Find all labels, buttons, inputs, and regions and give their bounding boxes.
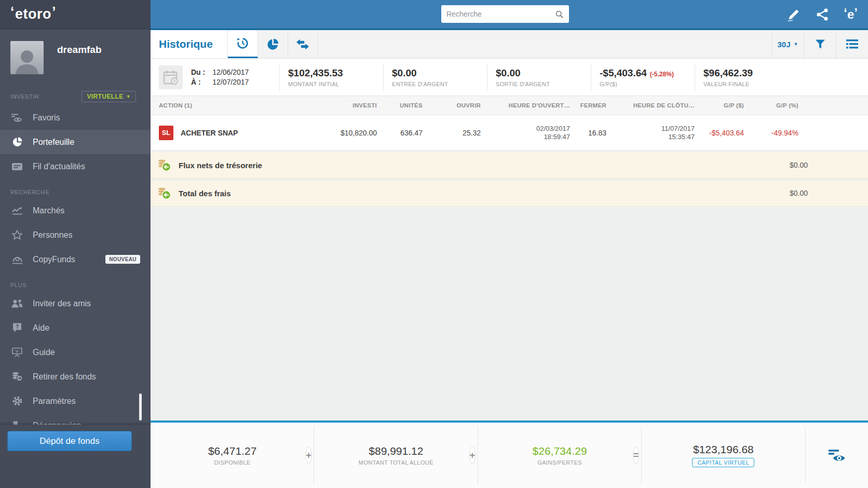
logo-band: etoro [0, 0, 151, 29]
pie-chart-icon [266, 38, 279, 51]
user-profile: dreamfab [0, 29, 151, 79]
history-clock-icon [236, 36, 250, 50]
footer-metric-total-alloue: $89,991.12 MONTANT TOTAL ALLOUÉ [314, 445, 478, 466]
metric-value: -$5,403.64(-5.28%) [600, 67, 695, 79]
pie-chart-icon [10, 137, 24, 148]
username[interactable]: dreamfab [57, 44, 102, 56]
markets-trend-icon [10, 205, 24, 216]
col-heure-cloture[interactable]: HEURE DE CLÔTU… [606, 102, 695, 109]
plus-operator: + [469, 446, 476, 464]
deposit-funds-button[interactable]: Dépôt de fonds [7, 431, 132, 451]
filter-button[interactable] [804, 30, 836, 58]
compose-pencil-icon[interactable] [786, 7, 801, 22]
calendar-icon[interactable] [159, 65, 183, 89]
col-gp-dollar[interactable]: G/P ($) [695, 102, 744, 109]
metric-sortie-argent: $0.00 SORTIE D'ARGENT [487, 64, 591, 91]
sidebar-item-copyfunds[interactable]: CopyFunds NOUVEAU [0, 247, 151, 272]
content-filler [151, 207, 868, 421]
virtual-mode-dropdown[interactable]: VIRTUELLE ▼ [82, 91, 136, 102]
sidebar-item-label: Guide [33, 348, 55, 357]
total-fees-row[interactable]: Total des frais $0.00 [151, 180, 868, 207]
col-unites[interactable]: UNITÉS [377, 102, 423, 109]
tab-allocation[interactable] [258, 30, 288, 58]
capital-virtuel-badge: CAPITAL VIRTUEL [692, 458, 754, 467]
invested-cell: $10,820.00 [325, 129, 377, 137]
date-range: Du : À : 12/06/2017 12/07/2017 [191, 67, 249, 87]
sidebar-item-aide[interactable]: ? Aide [0, 316, 151, 340]
sidebar-item-retirer[interactable]: Retirer des fonds [0, 364, 151, 389]
period-dropdown[interactable]: 30J ▼ [771, 30, 804, 58]
col-heure-ouverture[interactable]: HEURE D'OUVERT… [481, 102, 570, 109]
net-cash-flow-row[interactable]: Flux nets de trésorerie $0.00 [151, 152, 868, 179]
filter-funnel-icon [815, 38, 826, 50]
sidebar-item-fil-actualites[interactable]: Fil d'actualités [0, 154, 151, 179]
section-label-recherche: RECHERCHE [0, 179, 151, 198]
sidebar-item-marches[interactable]: Marchés [0, 198, 151, 223]
topbar-actions: e [786, 0, 868, 29]
close-time-cell: 11/07/2017 15:35:47 [606, 125, 695, 141]
col-investi[interactable]: INVESTI [325, 102, 377, 109]
sidebar-item-label: Fil d'actualités [33, 162, 85, 171]
col-gp-percent[interactable]: G/P (%) [744, 102, 798, 109]
stop-loss-badge: SL [159, 126, 173, 140]
footer-metric-disponible: $6,471.27 DISPONIBLE [151, 445, 314, 466]
portfolio-tabbar: Historique 30J ▼ [151, 29, 868, 59]
search-icon[interactable] [555, 10, 564, 19]
metric-label: MONTANT INITIAL [288, 81, 383, 87]
footer-label: MONTANT TOTAL ALLOUÉ [359, 459, 433, 466]
metric-entree-argent: $0.00 ENTRÉE D'ARGENT [383, 64, 487, 91]
page-title-historique[interactable]: Historique [151, 30, 228, 58]
coins-arrow-icon [157, 157, 172, 173]
close-rate-cell: 16.83 [570, 129, 606, 137]
open-time-cell: 02/03/2017 18:59:47 [481, 125, 570, 141]
row-value: $0.00 [790, 161, 808, 169]
metric-value: $96,462.39 [703, 67, 824, 79]
metric-percent: (-5.28%) [650, 71, 674, 78]
view-list-button[interactable] [836, 30, 868, 58]
metric-valeur-finale: $96,462.39 VALEUR FINALE [695, 64, 824, 91]
sidebar-item-label: Portefeuille [33, 138, 74, 147]
footer-label: GAINS/PERTES [537, 459, 582, 466]
row-label: Total des frais [179, 189, 231, 198]
tab-history[interactable] [228, 30, 258, 58]
main-content: Historique 30J ▼ [151, 29, 868, 488]
equity-view-button[interactable] [806, 448, 868, 463]
sidebar-item-parametres[interactable]: Paramètres [0, 389, 151, 413]
equity-footer-bar: $6,471.27 DISPONIBLE + $89,991.12 MONTAN… [151, 421, 868, 488]
row-label: Flux nets de trésorerie [179, 161, 262, 170]
top-nav: e [151, 0, 868, 29]
section-label-investir: INVESTIR [10, 93, 39, 100]
table-row-snap[interactable]: SL ACHETER SNAP $10,820.00 636.47 25.32 … [151, 115, 868, 151]
sidebar-item-favoris[interactable]: Favoris [0, 105, 151, 130]
metric-value: $0.00 [392, 67, 487, 79]
avatar[interactable] [10, 41, 44, 74]
col-ouvrir[interactable]: OUVRIR [423, 102, 481, 109]
watchlist-eye-icon [827, 448, 847, 463]
col-action[interactable]: ACTION (1) [159, 102, 325, 109]
sidebar: dreamfab INVESTIR VIRTUELLE ▼ Favoris Po… [0, 29, 151, 488]
sidebar-item-portefeuille[interactable]: Portefeuille [0, 130, 151, 154]
sidebar-scrollbar-thumb[interactable] [139, 394, 142, 421]
metric-label: SORTIE D'ARGENT [496, 81, 591, 87]
guide-icon: ‘e’ [10, 347, 24, 358]
share-icon[interactable] [816, 8, 829, 21]
sidebar-item-label: Favoris [33, 113, 60, 123]
footer-label: DISPONIBLE [214, 459, 251, 466]
action-cell: SL ACHETER SNAP [159, 126, 325, 140]
nouveau-badge: NOUVEAU [105, 255, 140, 264]
sidebar-item-personnes[interactable]: Personnes [0, 223, 151, 247]
sidebar-item-guide[interactable]: ‘e’ Guide [0, 340, 151, 364]
search-input[interactable] [446, 10, 555, 18]
date-range-block: Du : À : 12/06/2017 12/07/2017 [151, 65, 279, 89]
metric-montant-initial: $102,435.53 MONTANT INITIAL [279, 64, 383, 91]
invite-friends-icon [10, 298, 24, 309]
tab-transactions[interactable] [288, 30, 318, 58]
col-fermer[interactable]: FERMER [570, 102, 606, 109]
sidebar-item-label: Marchés [33, 206, 64, 215]
etoro-logo[interactable]: etoro [10, 6, 56, 22]
date-from-label: Du : [191, 67, 205, 77]
sidebar-item-inviter[interactable]: Inviter des amis [0, 291, 151, 316]
etoro-e-icon[interactable]: e [844, 7, 858, 22]
sidebar-item-label: CopyFunds [33, 255, 75, 264]
sidebar-item-label: Inviter des amis [33, 299, 91, 308]
